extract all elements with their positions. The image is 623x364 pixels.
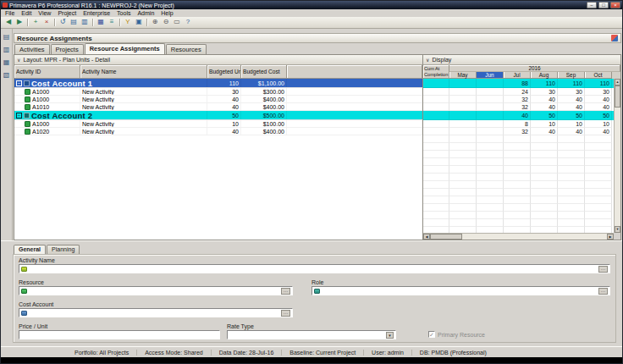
zoom-out-icon[interactable]: ⊖: [161, 18, 171, 27]
undo-icon[interactable]: ↺: [58, 18, 68, 27]
vertical-scrollbar[interactable]: ▲ ▼: [614, 79, 620, 233]
spread-row[interactable]: 88110110110: [423, 79, 620, 88]
spread-empty-row: [423, 219, 620, 227]
chevron-down-icon[interactable]: ▼: [386, 332, 394, 339]
column-header-activity-id[interactable]: Activity ID: [14, 65, 80, 79]
month-header-aug[interactable]: Aug: [531, 72, 558, 79]
zoom-in-icon[interactable]: ⊕: [150, 18, 160, 27]
menu-edit[interactable]: Edit: [18, 10, 35, 16]
menu-file[interactable]: File: [2, 10, 18, 16]
month-header-oct[interactable]: Oct: [585, 72, 612, 79]
table-row[interactable]: A1000New Activity10$100.00: [14, 120, 422, 128]
month-header-may[interactable]: May: [449, 72, 477, 79]
table-row[interactable]: −Cost Account 1110$1,100.00: [14, 79, 422, 88]
month-header-jul[interactable]: Jul: [504, 72, 531, 79]
cost-account-field[interactable]: …: [19, 308, 293, 317]
price-unit-field[interactable]: [19, 330, 220, 339]
resource-field[interactable]: …: [19, 286, 293, 295]
level-resources-icon[interactable]: ≡: [107, 18, 117, 27]
spread-row[interactable]: 40505050: [423, 111, 620, 120]
tab-resource-assignments[interactable]: Resource Assignments: [85, 43, 165, 54]
detail-tab-general[interactable]: General: [14, 245, 46, 254]
filter-icon[interactable]: Y: [123, 18, 133, 27]
table-row[interactable]: A1000New Activity30$300.00: [14, 88, 422, 96]
browse-button[interactable]: …: [598, 266, 608, 273]
tab-projects[interactable]: Projects: [51, 44, 84, 54]
menu-view[interactable]: View: [35, 10, 54, 16]
scrollbar-thumb[interactable]: [615, 85, 620, 108]
menu-project[interactable]: Project: [54, 10, 80, 16]
table-row[interactable]: A1010New Activity40$400.00: [14, 103, 422, 111]
scroll-up-icon[interactable]: ▲: [615, 79, 620, 85]
column-header-budgeted-units[interactable]: Budgeted Units: [207, 65, 241, 79]
forward-icon[interactable]: ▶: [14, 18, 25, 27]
rate-type-select[interactable]: ▼: [227, 330, 396, 339]
spread-cell: 40: [504, 111, 531, 120]
spread-cell: [558, 158, 585, 166]
role-icon: [314, 289, 320, 294]
spread-cell: [423, 204, 449, 212]
spread-row[interactable]: 8101010: [423, 120, 620, 128]
layout-icon[interactable]: ▣: [134, 18, 144, 27]
browse-button[interactable]: …: [281, 310, 290, 317]
scrollbar-thumb[interactable]: [430, 234, 462, 240]
spread-row[interactable]: 32404040: [423, 128, 620, 135]
scroll-down-icon[interactable]: ▼: [615, 226, 620, 233]
activity-name-cell: New Activity: [80, 96, 207, 102]
spread-row[interactable]: 24303030: [423, 88, 620, 96]
collapse-icon[interactable]: −: [16, 113, 22, 119]
year-header[interactable]: 2016: [449, 65, 620, 72]
detail-tab-planning[interactable]: Planning: [47, 245, 80, 254]
help-icon[interactable]: ?: [183, 18, 193, 27]
row-filler: [287, 103, 422, 110]
back-icon[interactable]: ◀: [3, 18, 14, 27]
tab-resources[interactable]: Resources: [166, 44, 207, 54]
activity-name-field[interactable]: …: [19, 264, 610, 273]
activities-icon[interactable]: ▤: [3, 33, 11, 41]
browse-button[interactable]: …: [598, 288, 608, 295]
spread-row[interactable]: 32404040: [423, 96, 620, 103]
menu-admin[interactable]: Admin: [134, 10, 157, 16]
activity-id: A1000: [32, 121, 49, 127]
delete-icon[interactable]: ×: [41, 18, 52, 27]
scroll-left-icon[interactable]: ◀: [423, 234, 430, 240]
maximize-button[interactable]: □: [598, 2, 609, 8]
copy-icon[interactable]: ▤: [69, 18, 79, 27]
column-header-cum-at-completion[interactable]: Cum At Completion: [423, 65, 449, 79]
table-row[interactable]: A1020New Activity40$400.00: [14, 128, 422, 135]
close-button[interactable]: ×: [610, 2, 620, 8]
browse-button[interactable]: …: [281, 288, 290, 295]
tab-activities[interactable]: Activities: [14, 44, 50, 54]
collapse-icon[interactable]: −: [16, 80, 22, 86]
paste-icon[interactable]: ▥: [80, 18, 90, 27]
column-header-budgeted-cost[interactable]: Budgeted Cost: [241, 65, 287, 79]
display-options-bar[interactable]: ∨ Display: [423, 55, 620, 65]
horizontal-scrollbar[interactable]: ◀ ▶: [423, 233, 614, 240]
month-header-jun[interactable]: Jun: [477, 72, 504, 79]
menu-help[interactable]: Help: [157, 10, 176, 16]
spreadsheet-pane: ∨ Display Cum At Completion 2016 MayJunJ…: [423, 55, 620, 240]
spread-row[interactable]: 32404040: [423, 103, 620, 111]
menu-tools[interactable]: Tools: [113, 10, 134, 16]
column-header-activity-name[interactable]: Activity Name: [80, 65, 207, 79]
group-band-cell: −Cost Account 2: [14, 111, 207, 119]
add-icon[interactable]: +: [30, 18, 41, 27]
minimize-button[interactable]: −: [587, 2, 597, 8]
print-icon[interactable]: ▭: [172, 18, 182, 27]
schedule-icon[interactable]: ▦: [96, 18, 106, 27]
month-header-sep[interactable]: Sep: [558, 72, 585, 79]
layout-options-bar[interactable]: ∨ Layout: MPR - Plan Units - Detail: [14, 55, 422, 65]
table-row[interactable]: −Cost Account 250$500.00: [14, 111, 422, 120]
spread-cell: 32: [504, 96, 531, 103]
table-row[interactable]: A1000New Activity40$400.00: [14, 96, 422, 103]
resources-icon[interactable]: ▦: [3, 58, 11, 67]
wbs-icon[interactable]: ▥: [3, 46, 11, 54]
taskbar[interactable]: [1, 357, 622, 364]
primary-resource-checkbox[interactable]: ✓ Primary Resource: [428, 331, 485, 338]
scroll-right-icon[interactable]: ▶: [607, 234, 614, 240]
role-field[interactable]: …: [312, 286, 610, 295]
spread-cell: [477, 135, 504, 143]
menu-enterprise[interactable]: Enterprise: [80, 10, 113, 16]
spread-cell: [449, 158, 477, 166]
assignments-icon[interactable]: ▧: [3, 71, 11, 80]
